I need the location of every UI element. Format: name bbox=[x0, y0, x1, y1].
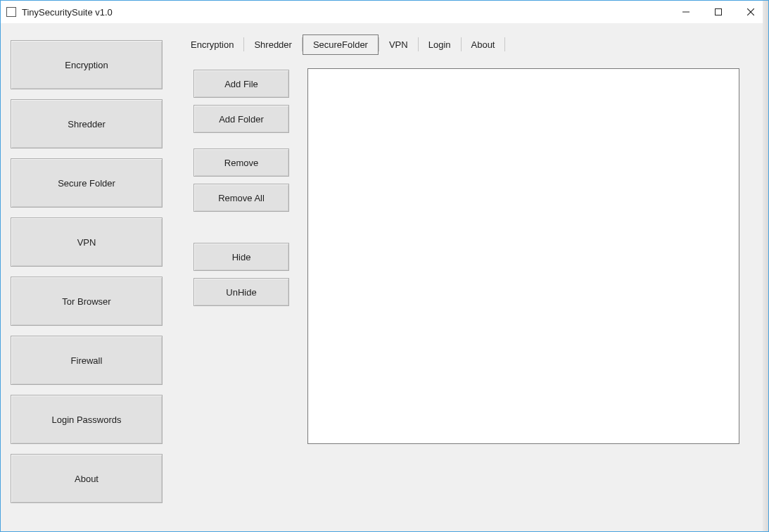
tab-vpn[interactable]: VPN bbox=[379, 35, 418, 54]
sidebar-item-label: Login Passwords bbox=[52, 414, 122, 425]
add-file-button[interactable]: Add File bbox=[193, 70, 289, 98]
tab-label: About bbox=[471, 39, 495, 50]
tab-label: SecureFolder bbox=[313, 39, 368, 50]
action-button-column: Add File Add Folder Remove Remove All Hi… bbox=[193, 70, 289, 306]
sidebar-item-shredder[interactable]: Shredder bbox=[11, 99, 163, 148]
remove-button[interactable]: Remove bbox=[193, 148, 289, 177]
button-label: Add Folder bbox=[219, 114, 264, 125]
minimize-icon bbox=[682, 8, 689, 15]
close-icon bbox=[747, 8, 754, 15]
unhide-button[interactable]: UnHide bbox=[193, 278, 289, 306]
secure-folder-panel: Add File Add Folder Remove Remove All Hi… bbox=[177, 68, 758, 527]
sidebar-item-login-passwords[interactable]: Login Passwords bbox=[11, 395, 163, 444]
tab-encryption[interactable]: Encryption bbox=[181, 35, 243, 54]
sidebar: Encryption Shredder Secure Folder VPN To… bbox=[11, 40, 163, 503]
sidebar-item-label: Tor Browser bbox=[62, 296, 110, 307]
sidebar-item-secure-folder[interactable]: Secure Folder bbox=[11, 158, 163, 208]
client-area: Encryption Shredder Secure Folder VPN To… bbox=[1, 23, 763, 531]
tab-label: Shredder bbox=[254, 39, 291, 50]
sidebar-item-firewall[interactable]: Firewall bbox=[11, 336, 163, 385]
hide-button[interactable]: Hide bbox=[193, 243, 289, 271]
app-icon bbox=[6, 7, 16, 17]
tab-shredder[interactable]: Shredder bbox=[244, 35, 301, 54]
button-label: UnHide bbox=[226, 287, 256, 298]
sidebar-item-about[interactable]: About bbox=[11, 454, 163, 503]
svg-rect-1 bbox=[716, 9, 722, 15]
sidebar-item-label: About bbox=[75, 474, 98, 484]
sidebar-item-label: Secure Folder bbox=[58, 178, 115, 189]
minimize-button[interactable] bbox=[670, 1, 702, 23]
window-title: TinySecuritySuite v1.0 bbox=[22, 7, 113, 18]
tab-label: Login bbox=[428, 39, 451, 50]
button-label: Remove All bbox=[218, 193, 265, 203]
sidebar-item-label: VPN bbox=[77, 237, 96, 248]
tab-separator bbox=[504, 37, 505, 51]
tab-strip: Encryption Shredder SecureFolder VPN Log… bbox=[177, 33, 758, 56]
maximize-button[interactable] bbox=[702, 1, 735, 23]
window-right-scrollbar[interactable] bbox=[763, 1, 768, 531]
sidebar-item-label: Encryption bbox=[65, 60, 108, 70]
sidebar-item-vpn[interactable]: VPN bbox=[11, 217, 163, 267]
tab-secure-folder[interactable]: SecureFolder bbox=[303, 34, 379, 55]
tab-label: VPN bbox=[389, 39, 408, 50]
tab-login[interactable]: Login bbox=[419, 35, 461, 54]
button-label: Add File bbox=[224, 79, 258, 89]
content-area: Encryption Shredder SecureFolder VPN Log… bbox=[177, 33, 758, 527]
button-label: Hide bbox=[232, 252, 251, 262]
sidebar-item-label: Shredder bbox=[68, 119, 105, 129]
tab-label: Encryption bbox=[191, 39, 234, 50]
sidebar-item-encryption[interactable]: Encryption bbox=[11, 40, 163, 89]
titlebar[interactable]: TinySecuritySuite v1.0 bbox=[1, 1, 768, 23]
add-folder-button[interactable]: Add Folder bbox=[193, 105, 289, 133]
maximize-icon bbox=[715, 8, 722, 15]
sidebar-item-tor-browser[interactable]: Tor Browser bbox=[11, 277, 163, 326]
file-list[interactable] bbox=[307, 68, 739, 444]
sidebar-item-label: Firewall bbox=[71, 355, 103, 366]
app-window: TinySecuritySuite v1.0 Encryption Shredd… bbox=[0, 0, 769, 532]
window-controls bbox=[670, 1, 767, 23]
button-label: Remove bbox=[224, 158, 258, 168]
remove-all-button[interactable]: Remove All bbox=[193, 184, 289, 212]
tab-about[interactable]: About bbox=[462, 35, 505, 54]
